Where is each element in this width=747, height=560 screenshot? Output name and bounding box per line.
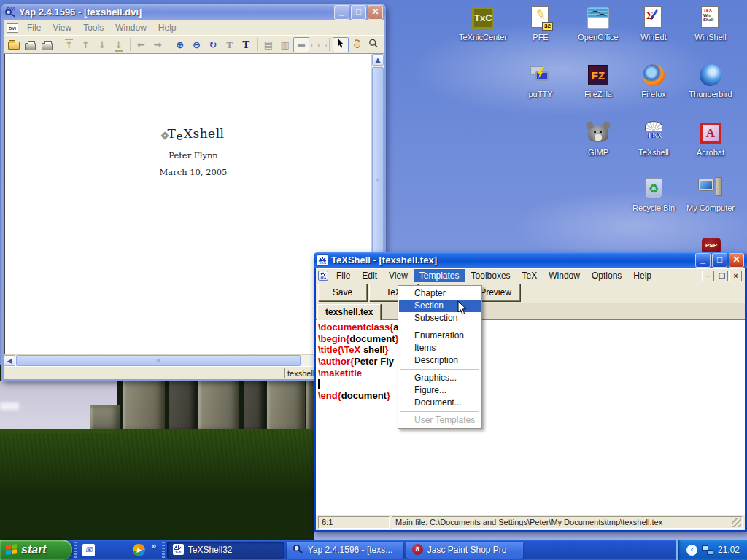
menu-item-graphics[interactable]: Graphics...	[399, 372, 481, 384]
view-two-pages-icon[interactable]: ▥	[277, 37, 293, 52]
stone	[90, 405, 120, 430]
desktop-icon-gimp[interactable]: GIMP	[568, 121, 629, 158]
scroll-up-icon[interactable]: ▲	[372, 54, 384, 66]
winshell-icon: TeXWinShell	[698, 6, 723, 31]
close-button[interactable]: ✕	[368, 5, 383, 20]
menu-item-description[interactable]: Description	[399, 354, 481, 367]
texshell-titlebar[interactable]: TeXShell - [texshell.tex] _ □ ✕	[314, 252, 747, 268]
desktop-icon-winshell[interactable]: TeXWinShellWinShell	[680, 6, 741, 42]
texshell-menu-view[interactable]: View	[383, 269, 414, 282]
menu-item-document[interactable]: Document...	[399, 397, 481, 409]
stonehenge-distant-hill	[0, 402, 19, 410]
tex-editor[interactable]: \documentclass{a\begin{document}\title{\…	[316, 320, 745, 514]
desktop-icon-my-computer[interactable]: My Computer	[680, 176, 741, 213]
magnifier-tool-icon[interactable]	[365, 37, 382, 52]
ruler-tool-icon[interactable]: T	[222, 37, 238, 52]
desktop-icon-label: OpenOffice	[568, 33, 629, 42]
previous-page-icon[interactable]: ↑	[78, 37, 94, 52]
desktop-icon-filezilla[interactable]: FZFileZilla	[568, 63, 629, 99]
minimize-button[interactable]: _	[695, 253, 711, 268]
tab-texshell-tex[interactable]: texshell.tex	[317, 304, 381, 320]
menu-item-chapter[interactable]: Chapter	[399, 287, 481, 300]
menu-item-enumeration[interactable]: Enumeration	[399, 330, 481, 342]
desktop-icon-texniccenter[interactable]: TxCTeXnicCenter	[452, 6, 514, 42]
back-icon[interactable]: ←	[133, 37, 150, 52]
desktop-icon-acrobat[interactable]: AAcrobat	[680, 121, 741, 158]
psp-icon: 8	[412, 544, 424, 556]
taskbar-button-texshell[interactable]: TeXShell32	[167, 542, 284, 559]
mdi-close-button[interactable]: ×	[729, 271, 742, 281]
yap-menu-help[interactable]: Help	[152, 21, 182, 34]
network-icon[interactable]	[702, 545, 713, 555]
texshell-menu-window[interactable]: Window	[543, 269, 586, 282]
print-icon[interactable]	[23, 37, 39, 52]
yap-app-icon: DVI	[4, 7, 16, 18]
fit-two-width-icon[interactable]: ▭▭	[310, 37, 326, 52]
next-page-icon[interactable]: ↓	[94, 37, 110, 52]
menu-item-figure[interactable]: Figure...	[399, 384, 481, 397]
zoom-in-icon[interactable]: ⊕	[172, 37, 188, 52]
yap-menu-file[interactable]: File	[21, 21, 47, 34]
yap-menu-tools[interactable]: Tools	[77, 21, 109, 34]
font-tool-icon[interactable]: T	[238, 37, 254, 52]
texshell-icon: TEX	[641, 121, 666, 146]
refresh-icon[interactable]: ↻	[205, 37, 221, 52]
texshell-menu-help[interactable]: Help	[627, 269, 657, 282]
zoom-out-icon[interactable]: ⊖	[189, 37, 205, 52]
view-page-icon[interactable]: ▤	[260, 37, 276, 52]
menu-item-section[interactable]: Section	[399, 300, 481, 312]
minimize-button[interactable]: _	[334, 5, 349, 20]
select-tool-icon[interactable]	[333, 37, 349, 52]
save-button[interactable]: Save	[318, 284, 367, 301]
maximize-button[interactable]: □	[351, 5, 366, 20]
desktop-icon-firefox[interactable]: Firefox	[623, 63, 684, 99]
scroll-left-icon[interactable]: ◀	[4, 355, 15, 366]
start-label: start	[21, 544, 47, 556]
editor-line-3: \title{\TeX shell}	[318, 344, 745, 356]
texshell-menu-file[interactable]: File	[330, 269, 356, 282]
desktop-icon-winedt[interactable]: ΣWinEdt	[623, 6, 684, 42]
texshell-menu-options[interactable]: Options	[586, 269, 627, 282]
code-segment: \documentclass{	[318, 322, 393, 332]
open-icon[interactable]	[6, 37, 22, 52]
thunderbird-icon[interactable]	[116, 544, 128, 556]
desktop-icon-putty[interactable]: puTTY	[510, 63, 571, 99]
desktop-icon-openoffice[interactable]: OpenOffice	[568, 6, 629, 42]
tray-collapse-icon[interactable]: ‹	[686, 545, 697, 556]
texshell-menu-edit[interactable]: Edit	[356, 269, 383, 282]
menu-item-items[interactable]: Items	[399, 342, 481, 354]
thunderbird-icon	[698, 63, 723, 88]
texshell-menu-toolboxes[interactable]: Toolboxes	[465, 269, 516, 282]
firefox-icon[interactable]	[99, 544, 112, 556]
media-player-icon[interactable]: ▶	[133, 544, 145, 556]
last-page-icon[interactable]: ↓	[111, 37, 127, 52]
desktop-icon-thunderbird[interactable]: Thunderbird	[680, 63, 741, 99]
yap-titlebar[interactable]: DVI Yap 2.4.1596 - [texshell.dvi] _ □ ✕	[1, 4, 386, 20]
desktop-icon-texshell[interactable]: TEXTeXshell	[623, 121, 684, 158]
taskbar-button-psp[interactable]: 8Jasc Paint Shop Pro	[406, 542, 523, 559]
hand-tool-icon[interactable]	[349, 37, 365, 52]
maximize-button[interactable]: □	[712, 253, 727, 268]
yap-menu-window[interactable]: Window	[109, 21, 152, 34]
mdi-minimize-button[interactable]: –	[702, 271, 714, 281]
resize-grip[interactable]	[732, 518, 741, 527]
taskbar-button-yap[interactable]: Yap 2.4.1596 - [texs...	[287, 542, 403, 559]
yap-menu-view[interactable]: View	[47, 21, 77, 34]
print-setup-icon[interactable]	[39, 37, 55, 52]
texshell-menu-templates[interactable]: Templates	[414, 269, 465, 282]
close-button[interactable]: ✕	[729, 253, 744, 268]
mdi-restore-button[interactable]: ❐	[716, 271, 728, 281]
quick-launch-overflow-icon[interactable]: »	[148, 542, 160, 551]
forward-icon[interactable]: →	[150, 37, 166, 52]
first-page-icon[interactable]: ↑	[61, 37, 77, 52]
texshell-window: TeXShell - [texshell.tex] _ □ ✕ FileEdit…	[314, 252, 747, 532]
desktop-icon-pfe[interactable]: ✎32PFE	[510, 6, 571, 42]
outlook-express-icon[interactable]: ✉	[82, 544, 95, 556]
scrollbar-thumb[interactable]	[16, 355, 301, 366]
menu-item-subsection[interactable]: Subsection	[399, 312, 481, 324]
start-button[interactable]: start	[0, 540, 72, 560]
fit-width-icon[interactable]: ▬	[293, 37, 309, 52]
desktop-icon-recycle-bin[interactable]: ♻Recycle Bin	[623, 176, 684, 213]
desktop-icon-label: My Computer	[680, 203, 741, 213]
texshell-menu-tex[interactable]: TeX	[516, 269, 543, 282]
